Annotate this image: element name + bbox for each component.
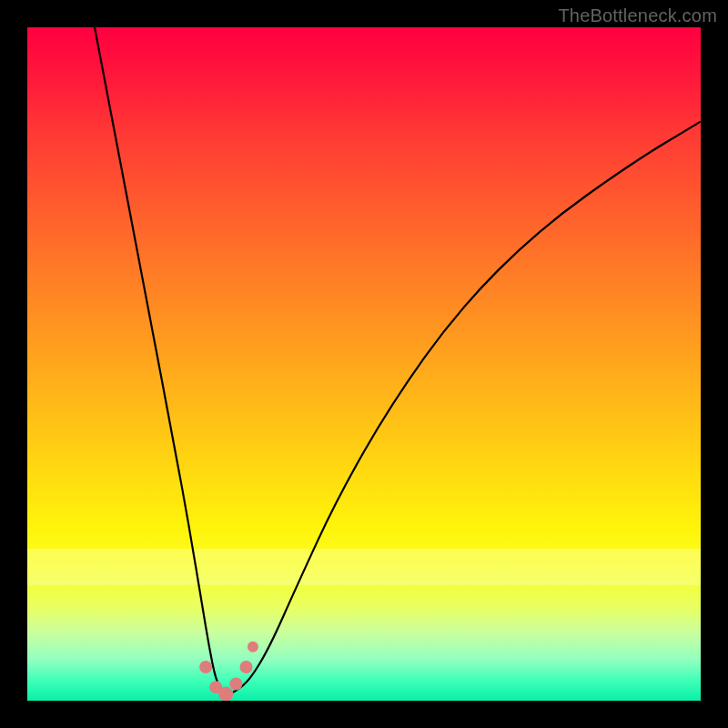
plot-area [27, 27, 701, 701]
chart-frame: TheBottleneck.com [0, 0, 728, 728]
watermark-text: TheBottleneck.com [558, 5, 717, 26]
